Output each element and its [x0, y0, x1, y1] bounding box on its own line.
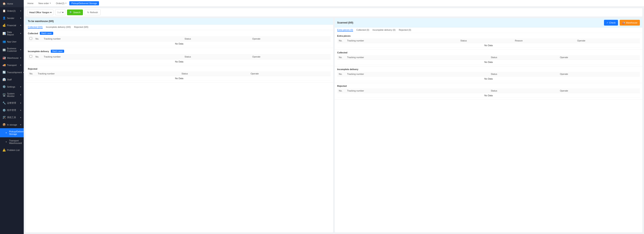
rejected-section: Rejected No. Tracking number Status Oper… — [25, 66, 333, 83]
tab-new-order-tab[interactable]: New order × — [36, 1, 53, 5]
refresh-button[interactable]: ↻ Refresh — [84, 9, 101, 15]
right-rejected-table: No. Tracking number Status Operate No Da… — [337, 88, 640, 98]
sidebar-item-pickup-delivered[interactable]: •Pickup/Delivered Storage — [0, 128, 24, 137]
sidebar-item-app-user[interactable]: 👥App User — [0, 38, 24, 45]
tab-label-order2-tab: Order(2) — [56, 2, 64, 4]
tabs-bar: HomeNew order ×Order(2) ×Pickup/Delivere… — [24, 0, 644, 6]
incomplete-batch-save[interactable]: Batch save — [51, 50, 64, 53]
panels-container: To be warehouse (0/0) Collected (0/0)Inc… — [25, 18, 642, 232]
right-panel: Scanned (0/0) ✓ Check 🏭 Warehouse Extra … — [335, 18, 642, 232]
sidebar-label-sender: Sender — [7, 17, 19, 19]
col-status: Status — [489, 72, 558, 76]
sidebar-label-pickup-delivered: Pickup/Delivered Storage — [9, 130, 24, 135]
search-button[interactable]: 🔍 Search — [67, 9, 83, 15]
col-operate: Operate — [558, 72, 640, 76]
extra-pieces-table: No. Tracking number Status Reason Operat… — [337, 38, 640, 48]
sidebar-item-transport-warehoused[interactable]: •Transport Warehoused — [0, 137, 24, 146]
chevron-icon-settings: ▾ — [20, 86, 21, 88]
sidebar-item-transshipment[interactable]: 🔄Transshipment▾ — [0, 69, 24, 76]
sidebar-item-sender[interactable]: 👤Sender▾ — [0, 14, 24, 22]
right-tab-collected-r[interactable]: Collected (0) — [356, 29, 369, 31]
col-operate: Operate — [251, 36, 331, 41]
right-tab-incomplete-r[interactable]: Incomplete delivery (0) — [372, 29, 396, 31]
col-status: Status — [489, 55, 558, 60]
incomplete-label: Incomplete delivery — [28, 50, 49, 53]
right-panel-header: Scanned (0/0) ✓ Check 🏭 Warehouse — [335, 18, 642, 27]
col-operate: Operate — [249, 71, 331, 76]
sidebar-label-system-monitor: System Monitor — [7, 92, 19, 97]
check-button[interactable]: ✓ Check — [604, 20, 618, 25]
right-tab-extra-pieces[interactable]: Extra pieces (0) — [337, 29, 353, 31]
extra-pieces-label: Extra pieces — [337, 35, 351, 37]
col-status: Status — [459, 38, 513, 43]
toolbar: Head Office Yangon ▾ Staff ▾ 🔍 Search ↻ … — [25, 8, 642, 16]
warehouse-button[interactable]: 🏭 Warehouse — [620, 20, 640, 25]
sidebar-item-home[interactable]: 🏠Home — [0, 0, 24, 7]
sidebar-item-transport[interactable]: 🚚Transport▾ — [0, 61, 24, 69]
right-tab-rejected-r[interactable]: Rejected (0) — [399, 29, 411, 31]
col-reason: Reason — [513, 38, 576, 43]
sidebar-item-settings[interactable]: ⚙️Settings▾ — [0, 83, 24, 90]
left-tab-incomplete[interactable]: Incomplete delivery (0/0) — [46, 26, 71, 29]
right-incomplete-no-data: No Data — [337, 76, 640, 81]
collected-section: Collected Batch save No. Tracking number… — [25, 30, 333, 48]
collected-select-all[interactable] — [30, 37, 32, 40]
left-panel-body: Collected Batch save No. Tracking number… — [25, 30, 333, 232]
tab-close-new-order-tab[interactable]: × — [50, 2, 51, 4]
sidebar-label-financial: Financial — [7, 24, 19, 26]
rejected-section-title: Rejected — [28, 68, 331, 70]
search-icon: 🔍 — [70, 11, 72, 14]
right-panel-title: Scanned — [337, 21, 348, 24]
col-no: No. — [34, 54, 42, 59]
staff-select[interactable]: Staff ▾ — [55, 9, 66, 15]
sidebar-item-xitong[interactable]: 🛠️系统工具▾ — [0, 114, 24, 121]
chevron-icon-system-monitor: ▾ — [20, 94, 21, 96]
chevron-down-icon: ▾ — [62, 11, 64, 14]
chevron-icon-yunwei: ▾ — [20, 102, 21, 104]
left-panel-header: To be warehouse (0/0) — [25, 18, 333, 24]
right-panel-count: (0/0) — [348, 21, 353, 24]
chevron-icon-sender: ▾ — [20, 17, 21, 19]
sidebar-item-business-customer[interactable]: 🏢Business Customer▾ — [0, 45, 24, 54]
warehouse-icon: 🏭 — [622, 21, 625, 24]
sidebar-item-in-storage[interactable]: 📦In storage▾ — [0, 121, 24, 128]
chevron-icon-in-storage: ▾ — [20, 124, 21, 126]
col-tracking: Tracking number — [36, 71, 180, 76]
rejected-label: Rejected — [28, 68, 37, 70]
rejected-no-data: No Data — [28, 76, 331, 81]
sidebar-item-problem-list[interactable]: ⚠️Problem List — [0, 146, 24, 154]
sidebar-icon-transport: 🚚 — [2, 63, 6, 67]
sidebar-item-staff[interactable]: 👔Staff — [0, 76, 24, 83]
tab-pickup-tab[interactable]: Pickup/Delivered Storage — [69, 1, 99, 5]
sidebar-item-order[interactable]: 📋Order(2)▾ — [0, 7, 24, 14]
sidebar-item-yunwei[interactable]: 🔧运维管理▾ — [0, 99, 24, 107]
sidebar-item-system-monitor[interactable]: 🖥️System Monitor▾ — [0, 90, 24, 99]
sidebar-item-data-report[interactable]: 📊Data Report▾ — [0, 29, 24, 38]
chevron-icon-financial: ▾ — [20, 24, 21, 26]
col-operate: Operate — [558, 88, 640, 93]
col-no: No. — [337, 38, 346, 43]
left-tab-rejected[interactable]: Rejected (0/0) — [74, 26, 88, 29]
sidebar-icon-staff: 👔 — [2, 78, 6, 81]
collected-batch-save[interactable]: Batch save — [40, 32, 53, 35]
tab-close-order2-tab[interactable]: × — [66, 2, 67, 4]
sidebar-label-order: Order(2) — [7, 10, 19, 12]
tab-home-tab[interactable]: Home — [25, 1, 36, 5]
sidebar-item-zuojian[interactable]: ⚙️组件管理▾ — [0, 107, 24, 114]
sidebar-label-staff: Staff — [7, 78, 21, 81]
tab-order2-tab[interactable]: Order(2) × — [54, 1, 68, 5]
location-select[interactable]: Head Office Yangon ▾ — [28, 9, 54, 15]
sidebar-label-home: Home — [7, 2, 21, 5]
sidebar-icon-business-customer: 🏢 — [2, 48, 6, 51]
sidebar: 🏠Home📋Order(2)▾👤Sender▾💰Financial▾📊Data … — [0, 0, 24, 234]
sidebar-item-warehouse[interactable]: 🏭Warehouse▾ — [0, 54, 24, 61]
sidebar-item-financial[interactable]: 💰Financial▾ — [0, 22, 24, 29]
sidebar-icon-xitong: 🛠️ — [2, 116, 6, 119]
incomplete-select-all[interactable] — [30, 55, 32, 58]
sidebar-label-xitong: 系统工具 — [7, 116, 19, 119]
sidebar-label-problem-list: Problem List — [7, 149, 21, 151]
col-tracking: Tracking number — [42, 36, 183, 41]
col-no: No. — [337, 72, 346, 76]
chevron-icon-transshipment: ▾ — [23, 71, 24, 73]
left-tab-collected[interactable]: Collected (0/0) — [28, 26, 43, 29]
